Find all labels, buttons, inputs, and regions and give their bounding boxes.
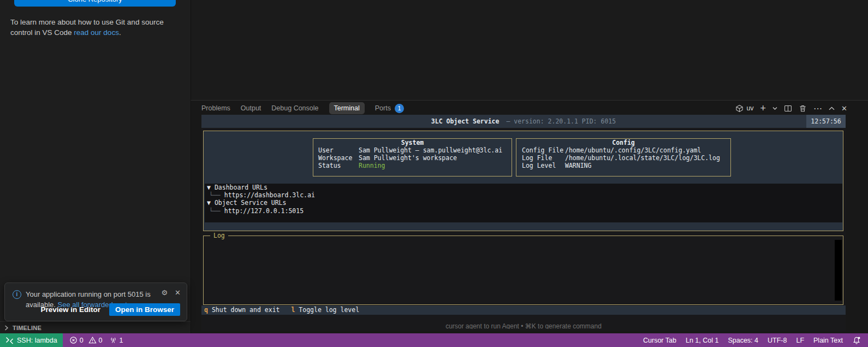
errors-warnings-indicator[interactable]: 0 0 — [66, 336, 106, 344]
tab-ports[interactable]: Ports 1 — [375, 104, 404, 113]
timeline-label: TIMELINE — [13, 325, 41, 331]
dashboard-url[interactable]: https://dashboard.3lc.ai — [224, 191, 315, 199]
radio-tower-icon — [109, 336, 117, 344]
forwarded-ports-count: 1 — [120, 337, 123, 344]
tree-item-dashboard-urls[interactable]: ▼ Dashboard URLs — [207, 184, 842, 191]
system-panel: System UserSam Pullweight — sam.pullweig… — [313, 138, 512, 177]
config-row-label: Log File — [516, 154, 565, 162]
tree-expand-arrow-icon: ▼ — [207, 199, 211, 207]
info-icon: i — [13, 290, 21, 299]
remote-indicator[interactable]: SSH: lambda — [0, 333, 63, 347]
eol-status[interactable]: LF — [796, 337, 804, 344]
trash-icon — [799, 104, 807, 113]
timeline-section-header[interactable]: TIMELINE — [0, 321, 191, 333]
log-panel: Log — [203, 236, 843, 305]
tui-clock: 12:57:56 — [806, 115, 846, 128]
warning-count: 0 — [99, 337, 103, 344]
status-bar: SSH: lambda 0 0 1 Cursor Tab Ln 1, Col 1… — [0, 333, 868, 347]
remote-name: SSH: lambda — [17, 337, 57, 344]
cursor-tab-status[interactable]: Cursor Tab — [643, 337, 676, 344]
system-panel-title: System — [313, 139, 512, 146]
read-our-docs-link[interactable]: read our docs — [74, 28, 119, 37]
system-workspace-value: Sam Pullweight's workspace — [359, 154, 457, 162]
error-count: 0 — [80, 337, 84, 344]
system-user-value: Sam Pullweight — sam.pullweight@3lc.ai — [359, 146, 502, 154]
ports-count-badge: 1 — [395, 104, 404, 113]
uv-cube-icon — [735, 104, 744, 113]
cursor-position-status[interactable]: Ln 1, Col 1 — [686, 337, 718, 344]
terminal-profile-name: uv — [746, 104, 753, 112]
hotkey-l: l — [291, 306, 295, 314]
new-terminal-button[interactable]: + — [760, 104, 766, 113]
indentation-status[interactable]: Spaces: 4 — [728, 337, 758, 344]
tab-terminal[interactable]: Terminal — [329, 102, 365, 114]
config-file-value: /home/ubuntu/.config/3LC/config.yaml — [565, 146, 701, 154]
hotkey-bar: q Shut down and exit l Toggle log level — [201, 305, 846, 315]
system-row-label: Workspace — [313, 154, 359, 162]
hotkey-q-label: Shut down and exit — [212, 306, 280, 314]
chevron-down-icon — [772, 107, 777, 110]
system-status-value: Running — [359, 162, 385, 169]
maximize-panel-button[interactable] — [829, 107, 835, 110]
hotkey-l-label: Toggle log level — [299, 306, 359, 314]
remote-icon — [5, 336, 14, 345]
config-panel-title: Config — [516, 139, 730, 146]
log-level-value: WARNING — [565, 162, 591, 169]
log-scrollbar[interactable] — [835, 240, 842, 301]
close-panel-button[interactable]: ✕ — [841, 104, 847, 113]
tui-version-info: — version: 2.20.1.1 PID: 6015 — [506, 117, 616, 125]
ports-tab-label: Ports — [375, 104, 391, 112]
tree-item-dashboard-url-link[interactable]: └── https://dashboard.3lc.ai — [207, 191, 842, 199]
tui-header-bar: 3LC Object Service — version: 2.20.1.1 P… — [201, 115, 846, 128]
language-mode-status[interactable]: Plain Text — [813, 337, 843, 344]
bottom-panel: Problems Output Debug Console Terminal P… — [191, 100, 868, 333]
kill-terminal-button[interactable] — [799, 104, 807, 113]
error-icon — [69, 336, 78, 344]
forwarded-ports-indicator[interactable]: 1 — [106, 336, 127, 344]
tree-item-object-service-urls[interactable]: ▼ Object Service URLs — [207, 199, 842, 207]
open-in-browser-button[interactable]: Open in Browser — [109, 303, 180, 316]
tui-app-background: System UserSam Pullweight — sam.pullweig… — [201, 128, 846, 331]
split-terminal-icon — [784, 104, 792, 113]
cursor-agent-hint: cursor agent to run Agent • ⌘K to genera… — [201, 322, 846, 329]
panel-tab-bar: Problems Output Debug Console Terminal P… — [191, 101, 868, 116]
chevron-up-icon — [829, 107, 835, 110]
preview-in-editor-button[interactable]: Preview in Editor — [39, 304, 102, 315]
tree-connector: └── — [209, 207, 221, 215]
tree-expand-arrow-icon: ▼ — [207, 184, 211, 191]
url-tree: ▼ Dashboard URLs └── https://dashboard.3… — [205, 184, 842, 222]
terminal-profile-item[interactable]: uv — [735, 104, 753, 113]
log-file-value: /home/ubuntu/.local/state/3LC/log/3LC.lo… — [565, 154, 720, 162]
tree-item-label: Object Service URLs — [215, 199, 287, 207]
config-panel: Config Config File/home/ubuntu/.config/3… — [516, 138, 731, 177]
hotkey-q: q — [204, 306, 208, 314]
log-panel-title: Log — [210, 232, 228, 239]
git-help-text: To learn more about how to use Git and s… — [10, 17, 179, 38]
warning-icon — [88, 336, 97, 344]
tree-item-label: Dashboard URLs — [215, 184, 267, 191]
gear-icon[interactable]: ⚙ — [161, 289, 168, 297]
object-service-url[interactable]: http://127.0.0.1:5015 — [224, 207, 304, 215]
tab-debug-console[interactable]: Debug Console — [271, 104, 318, 112]
tree-item-object-service-url-link[interactable]: └── http://127.0.0.1:5015 — [207, 207, 842, 215]
terminal-profile-dropdown-button[interactable] — [772, 107, 777, 110]
tui-main-box: System UserSam Pullweight — sam.pullweig… — [203, 131, 843, 231]
close-icon[interactable]: ✕ — [175, 289, 181, 297]
split-terminal-button[interactable] — [784, 104, 792, 113]
tab-output[interactable]: Output — [241, 104, 261, 112]
tab-problems[interactable]: Problems — [201, 104, 230, 112]
bell-icon — [852, 336, 861, 345]
editor-empty-area — [191, 0, 868, 100]
encoding-status[interactable]: UTF-8 — [768, 337, 787, 344]
clone-repository-button[interactable]: Clone Repository — [14, 0, 176, 7]
more-actions-button[interactable]: ⋯ — [813, 104, 822, 113]
tui-app-title: 3LC Object Service — [431, 117, 500, 125]
config-row-label: Log Level — [516, 162, 565, 169]
git-help-period: . — [119, 28, 121, 37]
chevron-right-icon — [4, 325, 9, 331]
notification-toast: i Your application running on port 5015 … — [4, 283, 187, 321]
system-row-label: User — [313, 146, 359, 154]
notifications-bell-button[interactable] — [852, 336, 861, 345]
config-row-label: Config File — [516, 146, 565, 154]
system-row-label: Status — [313, 162, 359, 169]
